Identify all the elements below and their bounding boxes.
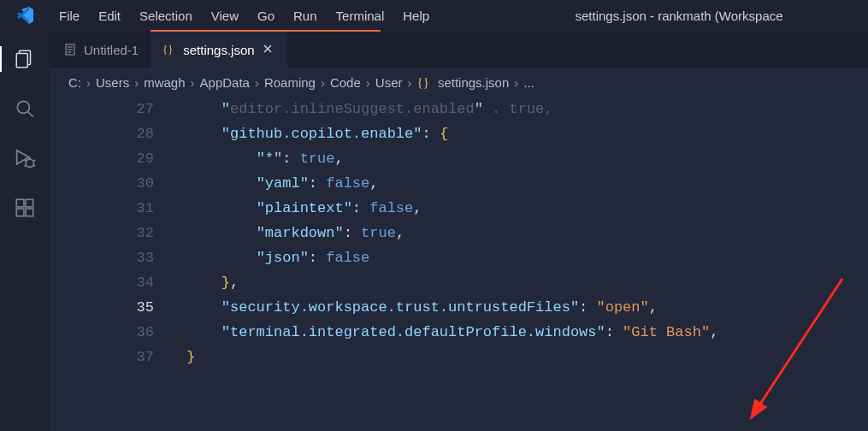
svg-line-3 [28, 112, 33, 117]
menu-selection[interactable]: Selection [130, 3, 202, 28]
chevron-right-icon: › [191, 75, 195, 90]
chevron-right-icon: › [255, 75, 259, 90]
crumb[interactable]: C: [68, 75, 81, 90]
code-line: "json": false [186, 245, 369, 270]
chevron-right-icon: › [134, 75, 139, 90]
code-line: "terminal.integrated.defaultProfile.wind… [186, 320, 718, 345]
svg-rect-12 [26, 209, 33, 216]
svg-point-4 [26, 159, 33, 167]
line-number: 36 [50, 320, 186, 345]
line-number: 30 [50, 171, 186, 196]
menu-go[interactable]: Go [248, 3, 284, 28]
svg-rect-11 [16, 209, 24, 216]
code-line: "yaml": false, [186, 171, 378, 196]
code-line: "security.workspace.trust.untrustedFiles… [186, 295, 658, 320]
activity-extensions[interactable] [0, 195, 50, 221]
menu-run[interactable]: Run [284, 3, 327, 28]
crumb[interactable]: User [375, 75, 403, 90]
menu-view[interactable]: View [202, 3, 248, 28]
json-icon: {} [162, 43, 176, 56]
file-text-icon [63, 43, 77, 56]
crumb[interactable]: Users [96, 75, 129, 90]
window-title: settings.json - rankmath (Workspace [439, 9, 868, 23]
svg-rect-10 [16, 199, 24, 207]
line-number: 32 [50, 221, 186, 245]
editor-group: Untitled-1 {} settings.json C:› Users› m… [50, 31, 868, 431]
line-number: 31 [50, 196, 186, 221]
svg-rect-13 [26, 199, 33, 207]
svg-text:{}: {} [162, 43, 173, 56]
svg-rect-1 [16, 54, 27, 68]
svg-line-6 [24, 160, 26, 161]
tab-bar: Untitled-1 {} settings.json [50, 31, 868, 68]
svg-line-8 [33, 160, 35, 161]
title-bar: File Edit Selection View Go Run Terminal… [0, 0, 868, 31]
menu-terminal[interactable]: Terminal [327, 3, 394, 28]
crumb[interactable]: ... [523, 75, 534, 90]
tab-untitled[interactable]: Untitled-1 [51, 31, 151, 68]
chevron-right-icon: › [86, 75, 91, 90]
line-number: 29 [50, 146, 186, 171]
crumb[interactable]: AppData [200, 75, 250, 90]
json-icon: {} [416, 75, 428, 90]
code-line: "github.copilot.enable": { [186, 121, 448, 146]
activity-bar [0, 31, 50, 431]
line-number: 28 [50, 121, 186, 146]
vscode-logo [0, 5, 50, 26]
tab-label: Untitled-1 [84, 43, 139, 57]
crumb[interactable]: mwagh [144, 75, 185, 90]
tab-label: settings.json [183, 43, 254, 57]
chevron-right-icon: › [366, 75, 370, 90]
svg-point-2 [17, 101, 29, 113]
line-number: 35 [50, 295, 186, 320]
crumb[interactable]: settings.json [438, 75, 509, 90]
menu-edit[interactable]: Edit [89, 3, 130, 28]
menu-help[interactable]: Help [393, 3, 439, 28]
menu-file[interactable]: File [50, 3, 89, 28]
code-editor[interactable]: 27 "editor.inlineSuggest.enabled" . true… [50, 95, 868, 431]
code-line: }, [186, 270, 239, 295]
line-number: 27 [50, 97, 186, 121]
activity-run-debug[interactable] [0, 145, 50, 171]
menu-bar: File Edit Selection View Go Run Terminal… [50, 3, 439, 28]
crumb[interactable]: Roaming [264, 75, 316, 90]
line-number: 33 [50, 245, 186, 270]
code-line: "*": true, [186, 146, 344, 171]
close-icon[interactable] [262, 43, 275, 57]
chevron-right-icon: › [407, 75, 411, 90]
line-number: 37 [50, 345, 186, 369]
line-number: 34 [50, 270, 186, 295]
code-line: "plaintext": false, [186, 196, 422, 221]
code-line: "editor.inlineSuggest.enabled" . true, [186, 97, 553, 121]
activity-search[interactable] [0, 96, 50, 121]
svg-line-9 [33, 165, 35, 166]
code-line: "markdown": true, [186, 221, 404, 245]
code-line: } [186, 345, 195, 369]
chevron-right-icon: › [321, 75, 325, 90]
svg-line-7 [24, 165, 26, 166]
tab-settings-json[interactable]: {} settings.json [151, 31, 286, 68]
activity-explorer[interactable] [0, 46, 50, 72]
breadcrumb[interactable]: C:› Users› mwagh› AppData› Roaming› Code… [50, 69, 868, 95]
chevron-right-icon: › [514, 75, 518, 90]
crumb[interactable]: Code [330, 75, 361, 90]
